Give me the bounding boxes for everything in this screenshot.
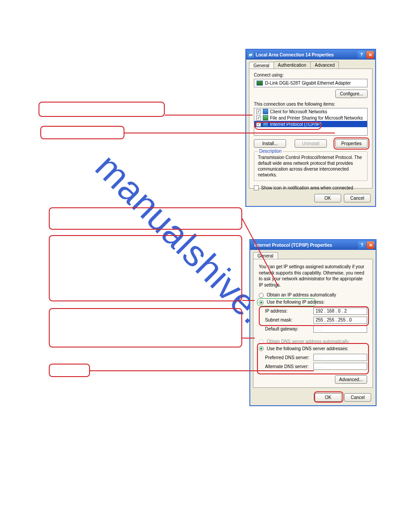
alternate-dns-input[interactable]: . . . — [313, 363, 367, 370]
list-item-label: File and Printer Sharing for Microsoft N… — [270, 116, 363, 120]
dialog2-title: Internet Protocol (TCP/IP) Properties — [252, 243, 358, 248]
share-icon — [263, 115, 268, 120]
tcpip-properties-dialog: Internet Protocol (TCP/IP) Properties ? … — [250, 240, 376, 406]
dialog2-tabs: General — [250, 250, 376, 259]
tab-general-2[interactable]: General — [253, 252, 278, 259]
callout-1 — [39, 102, 165, 117]
checkbox-icon[interactable]: ✓ — [256, 116, 261, 120]
list-item-label: Client for Microsoft Networks — [270, 109, 327, 114]
tab-authentication[interactable]: Authentication — [274, 61, 311, 69]
callout-3 — [49, 207, 242, 230]
dialog1-icon: ⇄ — [248, 51, 254, 58]
callout-5 — [49, 308, 242, 348]
items-listbox[interactable]: ✓ Client for Microsoft Networks ✓ File a… — [254, 108, 368, 136]
alternate-dns-label: Alternate DNS server: — [265, 364, 308, 369]
gateway-input[interactable]: . . . — [313, 326, 367, 333]
preferred-dns-row: Preferred DNS server: . . . — [265, 354, 367, 361]
dialog1-tabs: General Authentication Advanced — [246, 60, 375, 69]
callout-4 — [49, 235, 242, 301]
tab-general[interactable]: General — [249, 62, 274, 69]
radio-icon[interactable] — [259, 293, 264, 298]
connector-line — [242, 338, 255, 339]
show-icon-label: Show icon in notification area when conn… — [261, 185, 353, 190]
dialog1-titlebar: ⇄ Local Area Connection 14 Properties ? … — [246, 50, 375, 60]
connector-line — [90, 370, 314, 371]
ip-address-row: IP address: 192 . 168 . 0 . 2 — [265, 308, 367, 315]
show-icon-checkbox[interactable] — [254, 185, 259, 190]
radio-use-dns-row[interactable]: Use the following DNS server addresses: — [259, 346, 367, 352]
preferred-dns-input[interactable]: . . . — [313, 354, 367, 361]
list-item-tcpip[interactable]: ✓ Internet Protocol (TCP/IP) — [254, 121, 367, 127]
connector-line — [165, 115, 253, 116]
ok-button[interactable]: OK — [314, 194, 341, 202]
checkbox-icon[interactable]: ✓ — [256, 109, 261, 114]
help-button[interactable]: ? — [358, 241, 366, 249]
subnet-input[interactable]: 255 . 255 . 255 . 0 — [313, 317, 367, 324]
subnet-row: Subnet mask: 255 . 255 . 255 . 0 — [265, 317, 367, 324]
preferred-dns-label: Preferred DNS server: — [265, 355, 309, 360]
ip-address-label: IP address: — [265, 309, 287, 313]
properties-button[interactable]: Properties — [335, 139, 368, 148]
adapter-icon — [257, 81, 263, 86]
dialog2-button-bar: OK Cancel — [250, 390, 376, 405]
alternate-dns-row: Alternate DNS server: . . . — [265, 363, 367, 370]
connector-line — [124, 133, 335, 133]
cancel-button[interactable]: Cancel — [344, 194, 371, 202]
tcpip-intro-text: You can get IP settings assigned automat… — [259, 264, 367, 288]
close-button[interactable]: ✕ — [366, 51, 374, 59]
connect-using-label: Connect using: — [254, 73, 368, 77]
adapter-box: D-Link DGE-528T Gigabit Ethernet Adapter — [254, 79, 368, 87]
radio-use-dns-label: Use the following DNS server addresses: — [267, 346, 348, 351]
protocol-icon — [263, 121, 268, 127]
install-button[interactable]: Install... — [254, 139, 286, 148]
list-item-label: Internet Protocol (TCP/IP) — [270, 122, 321, 127]
client-icon — [263, 109, 268, 114]
radio-auto-ip-label: Obtain an IP address automatically — [267, 292, 336, 297]
ok-button-2[interactable]: OK — [315, 393, 342, 402]
gateway-row: Default gateway: . . . — [265, 326, 367, 333]
radio-use-ip-row[interactable]: Use the following IP address: — [259, 300, 367, 305]
radio-auto-dns-row: Obtain DNS server address automatically — [259, 339, 367, 344]
connector-line — [242, 300, 255, 301]
callout-6 — [49, 364, 90, 377]
radio-icon[interactable] — [259, 346, 264, 351]
description-label: Description — [258, 149, 283, 154]
radio-auto-ip-row[interactable]: Obtain an IP address automatically — [259, 292, 367, 298]
adapter-name: D-Link DGE-528T Gigabit Ethernet Adapter — [265, 81, 351, 86]
dialog2-titlebar: Internet Protocol (TCP/IP) Properties ? … — [250, 240, 376, 250]
uninstall-button[interactable]: Uninstall — [295, 139, 327, 148]
dialog2-body: You can get IP settings assigned automat… — [253, 259, 373, 388]
radio-auto-dns-label: Obtain DNS server address automatically — [267, 339, 349, 344]
checkbox-icon[interactable]: ✓ — [256, 122, 261, 127]
dialog1-title: Local Area Connection 14 Properties — [254, 52, 358, 57]
advanced-button[interactable]: Advanced... — [335, 375, 367, 384]
items-label: This connection uses the following items… — [254, 102, 368, 107]
dialog1-body: Connect using: D-Link DGE-528T Gigabit E… — [249, 69, 372, 189]
list-item-client[interactable]: ✓ Client for Microsoft Networks — [254, 108, 367, 115]
gateway-label: Default gateway: — [265, 326, 299, 331]
lan-properties-dialog: ⇄ Local Area Connection 14 Properties ? … — [246, 49, 376, 206]
subnet-label: Subnet mask: — [265, 317, 292, 322]
tab-advanced[interactable]: Advanced — [310, 61, 339, 69]
ip-address-input[interactable]: 192 . 168 . 0 . 2 — [313, 308, 367, 315]
description-text: Transmission Control Protocol/Internet P… — [258, 154, 364, 178]
description-group: Description Transmission Control Protoco… — [254, 151, 368, 181]
callout-2 — [40, 126, 124, 139]
dialog1-button-bar: OK Cancel — [246, 191, 375, 206]
radio-icon[interactable] — [259, 300, 264, 305]
list-item-file-printer[interactable]: ✓ File and Printer Sharing for Microsoft… — [254, 115, 367, 121]
close-button[interactable]: ✕ — [367, 241, 374, 249]
radio-use-ip-label: Use the following IP address: — [267, 300, 325, 305]
help-button[interactable]: ? — [358, 51, 365, 59]
radio-icon — [259, 339, 264, 344]
configure-button[interactable]: Configure... — [335, 90, 368, 98]
cancel-button-2[interactable]: Cancel — [344, 393, 371, 402]
